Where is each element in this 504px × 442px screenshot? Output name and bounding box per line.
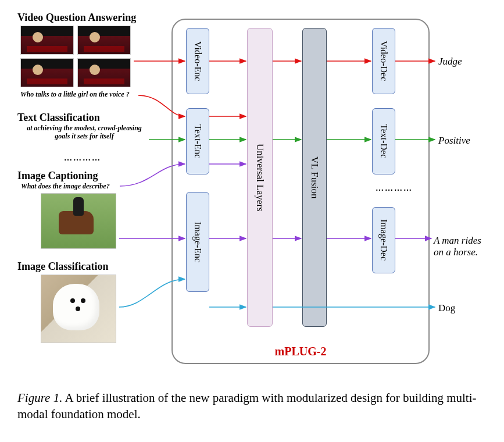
module-image-dec: Image-Dec <box>372 207 395 273</box>
figure-area: mPLUG-2 Video-Enc Text-Enc Image-Enc Uni… <box>17 12 488 366</box>
module-vl-fusion: VL Fusion <box>302 28 327 327</box>
output-vqa: Judge <box>438 56 462 67</box>
output-imgcap: A man rides on a horse. <box>434 235 488 258</box>
output-textcls: Positive <box>438 135 470 147</box>
title-imgcap: Image Captioning <box>17 170 98 182</box>
title-vqa: Video Question Answering <box>17 12 136 24</box>
module-image-enc: Image-Enc <box>186 192 209 292</box>
dots-left: ………… <box>64 154 101 163</box>
thumb-imgcls <box>41 275 116 343</box>
module-video-dec: Video-Dec <box>372 28 395 94</box>
thumb-vqa-3 <box>20 58 74 87</box>
dots-right: ………… <box>376 184 413 193</box>
textcls-sample: at achieving the modest, crowd-pleasing … <box>19 124 150 141</box>
title-imgcls: Image Classification <box>17 261 109 273</box>
output-imgcls: Dog <box>438 302 455 314</box>
title-textcls: Text Classification <box>17 112 100 124</box>
module-universal-layers: Universal Layers <box>247 28 273 327</box>
module-video-enc: Video-Enc <box>186 28 209 94</box>
figure-caption-text: A brief illustration of the new paradigm… <box>17 391 477 421</box>
imgcap-prompt: What does the image describe? <box>21 183 143 191</box>
figure-label: Figure 1. <box>17 391 62 405</box>
thumb-imgcap <box>41 193 116 249</box>
vqa-question: Who talks to a little girl on the voice … <box>20 91 142 99</box>
thumb-vqa-2 <box>77 26 131 55</box>
thumb-vqa-1 <box>20 26 74 55</box>
module-text-dec: Text-Dec <box>372 108 395 174</box>
thumb-vqa-4 <box>77 58 131 87</box>
panel-label: mPLUG-2 <box>173 345 428 358</box>
figure-caption: Figure 1. A brief illustration of the ne… <box>17 390 487 423</box>
module-text-enc: Text-Enc <box>186 108 209 174</box>
